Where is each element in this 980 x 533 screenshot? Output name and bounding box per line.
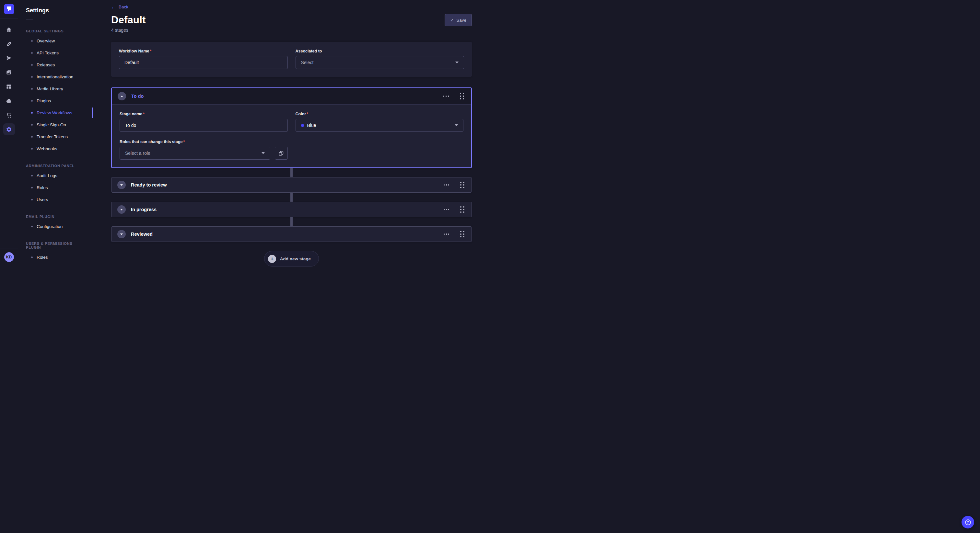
rail-item-marketplace[interactable] [3, 109, 15, 121]
sidebar-item-audit-logs[interactable]: Audit Logs [18, 170, 93, 182]
images-icon [6, 69, 12, 75]
stage-options-button[interactable] [442, 94, 450, 98]
bullet-icon [31, 40, 33, 42]
sidebar-item-internationalization[interactable]: Internationalization [18, 71, 93, 83]
settings-subnav: Settings GLOBAL SETTINGSOverviewAPI Toke… [18, 0, 93, 266]
stage-name-label: Stage name* [119, 112, 288, 116]
required-asterisk: * [183, 140, 185, 144]
layout-icon [6, 84, 12, 90]
drag-handle[interactable] [459, 180, 466, 189]
bullet-icon [31, 64, 33, 66]
subnav-section-email-plugin: EMAIL PLUGINConfiguration [18, 215, 93, 233]
chevron-down-icon [455, 124, 458, 126]
rail-item-settings[interactable] [3, 124, 15, 135]
subnav-section-label: USERS & PERMISSIONS PLUGIN [18, 241, 93, 249]
drag-handle[interactable] [459, 230, 466, 239]
stage-options-button[interactable] [442, 208, 451, 211]
sidebar-item-roles[interactable]: Roles [18, 251, 93, 263]
bullet-icon [31, 52, 33, 54]
sidebar-item-releases[interactable]: Releases [18, 59, 93, 71]
associated-to-placeholder: Select [301, 60, 314, 65]
stage-connector [290, 168, 293, 177]
drag-handle[interactable] [459, 205, 466, 214]
subnav-section-administration-panel: ADMINISTRATION PANELAudit LogsRolesUsers [18, 164, 93, 206]
bullet-icon [31, 148, 33, 150]
strapi-logo[interactable] [4, 4, 14, 14]
save-label: Save [456, 18, 466, 23]
stage-title: To do [131, 94, 143, 99]
sidebar-item-configuration[interactable]: Configuration [18, 220, 93, 233]
bullet-icon [31, 88, 33, 90]
stage-name-input[interactable] [119, 119, 288, 132]
color-label: Color* [296, 112, 464, 116]
stage-options-button[interactable] [442, 232, 451, 236]
expand-toggle-button[interactable] [117, 181, 126, 189]
bullet-icon [31, 112, 33, 114]
expand-toggle-button[interactable] [117, 205, 126, 214]
cart-icon [6, 112, 12, 118]
chevron-up-icon [121, 95, 123, 97]
bullet-icon [31, 100, 33, 102]
associated-to-field: Associated to Select [296, 49, 465, 69]
sidebar-item-api-tokens[interactable]: API Tokens [18, 47, 93, 59]
logo-container [0, 0, 18, 19]
sidebar-item-overview[interactable]: Overview [18, 35, 93, 47]
stage-title: In progress [131, 207, 156, 212]
drag-handle[interactable] [458, 92, 465, 101]
associated-to-label: Associated to [296, 49, 465, 54]
bullet-icon [31, 76, 33, 78]
sidebar-item-webhooks[interactable]: Webhooks [18, 143, 93, 155]
back-arrow-icon: ← [111, 5, 116, 10]
roles-select[interactable]: Select a role [119, 147, 270, 160]
chevron-down-icon [455, 62, 458, 63]
stage-options-button[interactable] [442, 183, 451, 187]
associated-to-select[interactable]: Select [296, 56, 465, 69]
stage-name-field: Stage name* [119, 112, 288, 132]
roles-field: Roles that can change this stage* Select… [119, 140, 288, 160]
rail-nav-items [3, 24, 15, 135]
add-new-stage-button[interactable]: + Add new stage [264, 251, 319, 266]
collapse-toggle-button[interactable] [118, 92, 126, 100]
color-value: Blue [307, 123, 316, 128]
chevron-down-icon [120, 184, 123, 186]
roles-placeholder: Select a role [125, 151, 150, 156]
workflow-name-field: Workflow Name* [119, 49, 288, 69]
stage-title: Ready to review [131, 182, 167, 187]
strapi-logo-glyph [7, 6, 11, 11]
chevron-down-icon [261, 152, 265, 154]
rail-item-cloud[interactable] [3, 95, 15, 106]
duplicate-stage-button[interactable] [275, 147, 288, 160]
workflow-form-panel: Workflow Name* Associated to Select [111, 42, 472, 77]
copy-icon [278, 151, 284, 156]
subnav-divider [26, 19, 33, 19]
cloud-icon [6, 98, 12, 104]
subnav-title: Settings [18, 7, 93, 14]
chevron-down-icon [120, 209, 123, 211]
workflow-name-input[interactable] [119, 56, 288, 69]
save-button[interactable]: ✓ Save [445, 14, 472, 26]
rail-item-home[interactable] [3, 24, 15, 35]
sidebar-item-roles[interactable]: Roles [18, 182, 93, 194]
bullet-icon [31, 257, 33, 258]
rail-item-media-library[interactable] [3, 67, 15, 78]
chevron-down-icon [120, 233, 123, 235]
subnav-sections: GLOBAL SETTINGSOverviewAPI TokensRelease… [18, 29, 93, 266]
bullet-icon [31, 187, 33, 189]
sidebar-item-plugins[interactable]: Plugins [18, 95, 93, 107]
back-link[interactable]: ← Back [111, 5, 128, 10]
expand-toggle-button[interactable] [117, 230, 126, 238]
rail-item-deploy[interactable] [3, 52, 15, 64]
rail-item-content-type-builder[interactable] [3, 38, 15, 49]
sidebar-item-transfer-tokens[interactable]: Transfer Tokens [18, 131, 93, 143]
sidebar-item-review-workflows[interactable]: Review Workflows [18, 107, 93, 119]
bullet-icon [31, 124, 33, 125]
paper-plane-icon [6, 55, 12, 61]
avatar[interactable]: KD [4, 252, 14, 262]
rail-item-content-manager[interactable] [3, 81, 15, 92]
sidebar-item-single-sign-on[interactable]: Single Sign-On [18, 119, 93, 131]
color-select[interactable]: Blue [296, 119, 464, 132]
sidebar-item-media-library[interactable]: Media Library [18, 83, 93, 95]
sidebar-item-providers[interactable]: Providers [18, 263, 93, 266]
required-asterisk: * [143, 112, 145, 116]
sidebar-item-users[interactable]: Users [18, 194, 93, 206]
